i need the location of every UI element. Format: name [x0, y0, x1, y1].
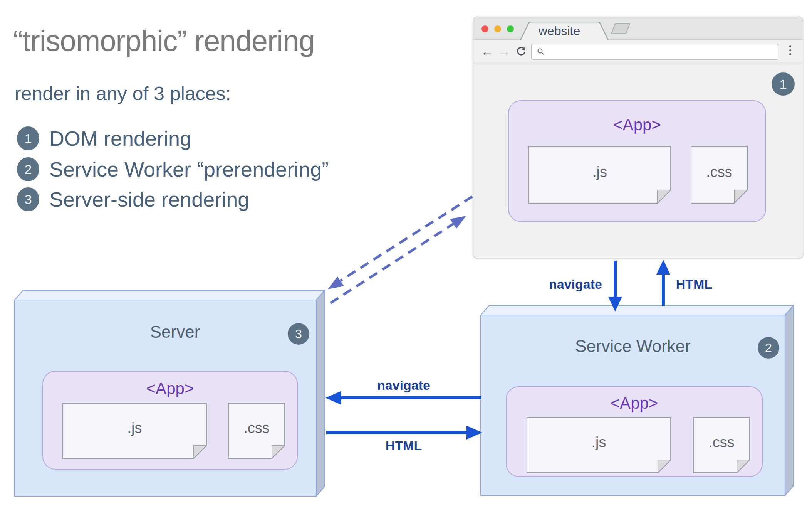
html-right-label: HTML — [386, 438, 422, 453]
css-file: .css — [228, 403, 285, 459]
browser-tab-bar: website — [473, 17, 803, 40]
file-label: .js — [528, 146, 671, 198]
new-tab-button[interactable] — [611, 23, 631, 34]
server-app-box: <App> .js .css — [42, 371, 298, 470]
js-file: .js — [527, 417, 671, 473]
arrow-html-right — [326, 426, 482, 440]
kebab-menu-icon[interactable] — [787, 45, 793, 55]
file-label: .css — [693, 417, 750, 468]
file-label: .js — [62, 403, 207, 453]
url-bar[interactable] — [531, 44, 778, 60]
arrow-navigate-down — [608, 261, 622, 312]
dashed-link-to-server — [328, 197, 472, 289]
traffic-light-close-icon[interactable] — [481, 25, 488, 32]
slide-canvas: “trisomorphic” rendering render in any o… — [0, 0, 812, 512]
server-box: Server 3 <App> .js .css — [15, 300, 316, 496]
tab-title[interactable]: website — [520, 24, 609, 38]
page-subtitle: render in any of 3 places: — [15, 83, 231, 105]
service-worker-title: Service Worker — [481, 337, 785, 356]
legend-item-dom: 1 DOM rendering — [17, 126, 191, 151]
step-badge-3: 3 — [288, 323, 309, 345]
legend-label: DOM rendering — [49, 126, 191, 150]
browser-window: website ← → 1 — [473, 17, 803, 258]
html-up-label: HTML — [676, 277, 712, 292]
browser-nav-bar: ← → — [473, 40, 803, 63]
legend-label: Service Worker “prerendering” — [49, 157, 329, 181]
service-worker-app-box: <App> .js .css — [506, 386, 763, 477]
legend-item-service-worker: 2 Service Worker “prerendering” — [17, 157, 329, 182]
navigate-down-label: navigate — [549, 277, 602, 292]
legend-badge-1: 1 — [17, 126, 39, 150]
file-label: .css — [691, 146, 748, 198]
app-label: <App> — [43, 379, 297, 398]
reload-icon[interactable] — [514, 40, 528, 63]
js-file: .js — [528, 146, 671, 204]
traffic-light-zoom-icon[interactable] — [507, 25, 514, 32]
step-badge-1: 1 — [772, 72, 795, 96]
arrow-navigate-left — [325, 391, 481, 405]
legend-item-server-side: 3 Server-side rendering — [17, 187, 249, 212]
app-label: <App> — [507, 394, 762, 413]
server-title: Server — [15, 322, 316, 342]
dashed-link-to-browser — [331, 216, 466, 303]
service-worker-box: Service Worker 2 <App> .js .css — [481, 315, 785, 495]
css-file: .css — [691, 146, 748, 204]
browser-app-box: <App> .js .css — [508, 100, 766, 222]
css-file: .css — [693, 417, 750, 473]
url-input[interactable] — [548, 45, 778, 58]
search-icon — [537, 47, 545, 56]
legend-badge-3: 3 — [17, 187, 39, 211]
js-file: .js — [62, 403, 207, 459]
app-label: <App> — [509, 116, 765, 134]
forward-icon[interactable]: → — [497, 40, 512, 63]
arrow-html-up — [656, 260, 670, 306]
traffic-light-minimize-icon[interactable] — [494, 25, 501, 32]
page-title: “trisomorphic” rendering — [13, 24, 315, 57]
file-label: .js — [527, 417, 671, 468]
back-icon[interactable]: ← — [480, 40, 495, 63]
legend-badge-2: 2 — [17, 157, 39, 181]
file-label: .css — [228, 403, 285, 453]
step-badge-2: 2 — [758, 337, 779, 359]
navigate-left-label: navigate — [377, 378, 430, 393]
legend-label: Server-side rendering — [49, 187, 249, 211]
